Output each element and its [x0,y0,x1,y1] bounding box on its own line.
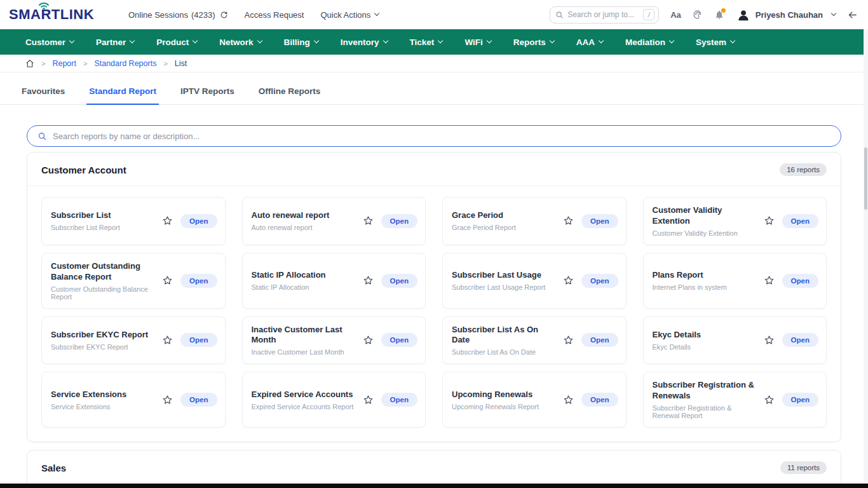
quick-actions-label: Quick Actions [320,10,370,20]
report-search[interactable] [27,125,841,147]
chevron-down-icon [730,38,735,43]
open-report-button[interactable]: Open [381,393,417,407]
theme-icon[interactable] [693,10,703,20]
report-card-subtitle: Internet Plans in system [653,283,727,291]
nav-item-billing[interactable]: Billing [284,37,318,47]
report-card-title: Auto renewal report [252,210,330,221]
chevron-down-icon [599,38,604,43]
online-sessions-label: Online Sessions [128,10,188,20]
tab-iptv-reports[interactable]: IPTV Reports [178,83,237,104]
favourite-star-icon[interactable] [563,395,574,405]
open-report-button[interactable]: Open [381,274,417,288]
online-sessions-count: (4233) [191,10,215,20]
global-search[interactable]: / [550,6,659,24]
chevron-down-icon [550,38,555,43]
open-report-button[interactable]: Open [180,333,217,347]
section-header: Sales 11 reports [27,451,841,484]
app-logo[interactable]: SMARTLINK [9,6,128,23]
report-search-input[interactable] [53,132,831,141]
open-report-button[interactable]: Open [782,274,818,288]
report-card-grid: Subscriber List Subscriber List Report O… [27,186,841,442]
nav-item-label: Ticket [410,37,435,47]
nav-item-reports[interactable]: Reports [513,37,554,47]
open-report-button[interactable]: Open [782,393,818,407]
open-report-button[interactable]: Open [581,214,618,228]
favourite-star-icon[interactable] [563,335,574,346]
report-card-title: Static IP Allocation [252,270,326,281]
bottom-edge-bar [0,484,868,488]
favourite-star-icon[interactable] [764,395,775,405]
online-sessions[interactable]: Online Sessions (4233) [128,10,228,20]
report-card-subtitle: Auto renewal report [252,224,330,231]
collapse-arrow-icon[interactable] [847,10,858,20]
report-card-title: Expired Service Accounts [252,390,354,400]
favourite-star-icon[interactable] [363,215,374,226]
favourite-star-icon[interactable] [162,335,173,346]
report-card-title: Subscriber Last Usage [452,270,545,281]
search-icon [555,11,564,19]
nav-item-wifi[interactable]: WiFi [465,37,491,47]
notifications-icon[interactable] [714,10,724,20]
favourite-star-icon[interactable] [563,275,574,286]
report-card-title: Subscriber EKYC Report [51,330,148,341]
nav-item-system[interactable]: System [696,37,735,47]
report-card: Static IP Allocation Static IP Allocatio… [242,253,426,309]
nav-item-product[interactable]: Product [156,37,197,47]
tab-favourites[interactable]: Favourites [19,83,67,104]
report-card-title: Grace Period [452,210,516,221]
report-card: Service Extensions Service Extensions Op… [41,372,226,428]
open-report-button[interactable]: Open [381,333,417,347]
home-icon[interactable] [25,59,34,68]
nav-item-ticket[interactable]: Ticket [410,37,443,47]
chevron-down-icon [669,38,674,43]
favourite-star-icon[interactable] [162,275,173,286]
refresh-icon[interactable] [220,11,228,19]
nav-item-label: Billing [284,37,310,47]
favourite-star-icon[interactable] [363,335,374,346]
favourite-star-icon[interactable] [764,275,775,286]
report-card: Plans Report Internet Plans in system Op… [643,253,827,309]
nav-item-network[interactable]: Network [219,37,261,47]
open-report-button[interactable]: Open [180,214,217,228]
report-card: Ekyc Details Ekyc Details Open [643,316,827,365]
nav-item-mediation[interactable]: Mediation [625,37,674,47]
favourite-star-icon[interactable] [764,215,775,226]
report-card-subtitle: Ekyc Details [653,343,702,351]
tab-standard-report[interactable]: Standard Report [86,83,159,105]
nav-item-inventory[interactable]: Inventory [341,37,388,47]
nav-item-aaa[interactable]: AAA [576,37,603,47]
chevron-down-icon [383,38,388,43]
open-report-button[interactable]: Open [381,214,417,228]
report-card-subtitle: Service Extensions [51,403,126,410]
favourite-star-icon[interactable] [563,215,574,226]
scrollbar-thumb[interactable] [864,147,867,210]
text-size-button[interactable]: Aa [670,10,681,20]
favourite-star-icon[interactable] [363,275,374,286]
open-report-button[interactable]: Open [782,214,818,228]
access-request-link[interactable]: Access Request [245,10,304,20]
open-report-button[interactable]: Open [581,393,618,407]
report-card-subtitle: Customer Validity Extention [653,229,759,237]
tab-offline-reports[interactable]: Offline Reports [256,83,323,104]
section-sales: Sales 11 reports Invoice Cancellations O… [27,450,841,488]
breadcrumb-standard-reports[interactable]: Standard Reports [94,59,156,68]
favourite-star-icon[interactable] [764,335,775,346]
quick-actions-menu[interactable]: Quick Actions [320,10,379,20]
favourite-star-icon[interactable] [363,395,374,405]
breadcrumb-report[interactable]: Report [52,59,76,68]
user-menu[interactable]: Priyesh Chauhan [736,7,836,22]
report-card-title: Plans Report [653,270,727,281]
open-report-button[interactable]: Open [180,274,217,288]
nav-item-partner[interactable]: Partner [96,37,134,47]
global-search-input[interactable] [567,10,639,19]
favourite-star-icon[interactable] [162,215,173,226]
scrollbar-track[interactable] [864,29,868,484]
open-report-button[interactable]: Open [581,274,618,288]
nav-item-customer[interactable]: Customer [25,37,74,47]
open-report-button[interactable]: Open [782,333,818,347]
open-report-button[interactable]: Open [581,333,618,347]
favourite-star-icon[interactable] [162,395,173,405]
open-report-button[interactable]: Open [180,393,217,407]
report-card: Inactive Customer Last Month Inactive Cu… [242,316,426,365]
chevron-down-icon [438,38,443,43]
